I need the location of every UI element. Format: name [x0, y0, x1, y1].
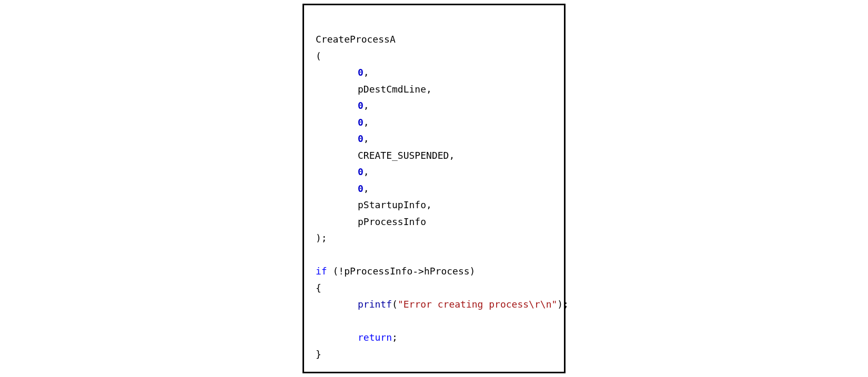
- semicolon: ;: [392, 332, 398, 343]
- paren-open: (: [392, 299, 398, 310]
- code-line: return;: [316, 332, 398, 343]
- code-snippet-box: CreateProcessA ( 0, pDestCmdLine, 0, 0, …: [302, 4, 566, 374]
- comma: ,: [364, 117, 369, 128]
- code-line: 0,: [316, 67, 369, 78]
- code-line: 0,: [316, 166, 369, 177]
- code-line: pProcessInfo: [316, 216, 426, 227]
- code-line: CreateProcessA: [316, 34, 396, 45]
- paren-close: );: [557, 299, 569, 310]
- number-literal: 0: [358, 183, 364, 194]
- code-line: pDestCmdLine,: [316, 84, 432, 95]
- number-literal: 0: [358, 133, 364, 144]
- code-line: {: [316, 282, 321, 293]
- blank-line: [316, 249, 321, 260]
- code-line: 0,: [316, 133, 369, 144]
- identifier: CreateProcessA: [316, 34, 396, 45]
- string-literal: "Error creating process\r\n": [398, 299, 557, 310]
- if-condition: (!pProcessInfo->hProcess): [327, 266, 476, 277]
- code-line: if (!pProcessInfo->hProcess): [316, 266, 475, 277]
- argument: pDestCmdLine,: [358, 84, 432, 95]
- number-literal: 0: [358, 166, 364, 177]
- comma: ,: [364, 183, 369, 194]
- code-line: 0,: [316, 183, 369, 194]
- number-literal: 0: [358, 100, 364, 111]
- brace-close: }: [316, 349, 321, 360]
- number-literal: 0: [358, 117, 364, 128]
- paren-close: );: [316, 232, 327, 243]
- argument: pStartupInfo,: [358, 199, 432, 210]
- comma: ,: [364, 133, 369, 144]
- blank-line: [316, 315, 321, 327]
- number-literal: 0: [358, 67, 364, 78]
- comma: ,: [364, 67, 369, 78]
- comma: ,: [364, 166, 369, 177]
- code-line: }: [316, 349, 321, 360]
- code-line: 0,: [316, 100, 369, 111]
- function-printf: printf: [358, 299, 392, 310]
- argument: pProcessInfo: [358, 216, 426, 227]
- argument: CREATE_SUSPENDED,: [358, 150, 455, 161]
- page: CreateProcessA ( 0, pDestCmdLine, 0, 0, …: [0, 0, 868, 377]
- code-line: 0,: [316, 117, 369, 128]
- comma: ,: [364, 100, 369, 111]
- code-line: printf("Error creating process\r\n");: [316, 299, 569, 310]
- code-line: pStartupInfo,: [316, 199, 432, 210]
- code-line: );: [316, 232, 327, 243]
- keyword-if: if: [316, 266, 327, 277]
- code-line: CREATE_SUSPENDED,: [316, 150, 455, 161]
- paren-open: (: [316, 50, 321, 62]
- code-line: (: [316, 50, 321, 62]
- brace-open: {: [316, 282, 321, 293]
- keyword-return: return: [358, 332, 392, 343]
